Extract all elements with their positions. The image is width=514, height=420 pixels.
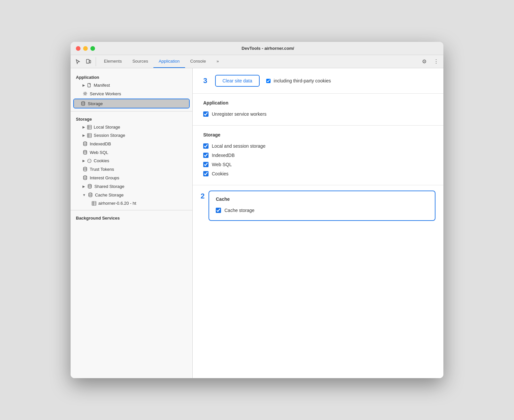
arrow-icon: ▶ (82, 134, 85, 137)
svg-rect-1 (89, 60, 91, 63)
sidebar-item-service-workers[interactable]: Service Workers (71, 89, 192, 98)
third-party-row: including third-party cookies (266, 78, 331, 83)
svg-rect-6 (87, 125, 91, 129)
sidebar-item-session-storage[interactable]: ▶ Session Storage (71, 131, 192, 139)
app-section-heading: Application (203, 100, 433, 105)
interest-groups-label: Interest Groups (90, 175, 119, 180)
svg-point-2 (87, 62, 88, 63)
db-icon (88, 192, 93, 197)
divider-1 (71, 111, 192, 111)
arrow-icon: ▶ (82, 125, 85, 129)
shared-storage-label: Shared Storage (94, 184, 124, 189)
sidebar-item-cookies[interactable]: ▶ Cookies (71, 157, 192, 165)
svg-point-14 (83, 142, 87, 143)
titlebar: DevTools - airhorner.com/ (71, 42, 443, 55)
sidebar-item-trust-tokens[interactable]: Trust Tokens (71, 165, 192, 173)
arrow-down-icon: ▼ (82, 193, 86, 197)
unregister-sw-row: Unregister service workers (203, 109, 433, 119)
application-panel-section: Application Unregister service workers (193, 94, 443, 126)
db-icon (82, 166, 88, 172)
toolbar: Elements Sources Application Console » ⚙… (71, 55, 443, 68)
indexeddb-checkbox[interactable] (203, 153, 209, 158)
svg-point-22 (88, 184, 91, 186)
storage-outline: Storage (73, 99, 190, 108)
sidebar-item-local-storage[interactable]: ▶ Local Storage (71, 123, 192, 131)
sidebar-item-shared-storage[interactable]: ▶ Shared Storage (71, 182, 192, 191)
sidebar-item-interest-groups[interactable]: Interest Groups (71, 173, 192, 182)
divider-2 (71, 210, 192, 210)
settings-button[interactable]: ⚙ (420, 57, 429, 66)
sidebar-item-manifest[interactable]: ▶ Manifest (71, 81, 192, 89)
cache-storage-label: Cache storage (224, 208, 254, 213)
local-session-storage-label: Local and session storage (212, 143, 266, 149)
toolbar-right: ⚙ ⋮ (420, 57, 441, 66)
more-button[interactable]: ⋮ (432, 57, 441, 66)
svg-point-23 (89, 193, 92, 194)
websql-label: Web SQL (212, 162, 232, 167)
tab-sources[interactable]: Sources (127, 55, 153, 68)
unregister-sw-checkbox[interactable] (203, 111, 209, 117)
manifest-label: Manifest (94, 83, 110, 88)
db-icon (82, 150, 88, 155)
main-layout: Application ▶ Manifest Service Workers (71, 68, 443, 378)
sidebar-item-airhorner[interactable]: airhorner-0.6.20 - ht (71, 199, 192, 207)
cache-panel-section: 2 Cache Cache storage (193, 185, 443, 226)
local-session-storage-row: Local and session storage (203, 141, 433, 151)
sidebar-item-websql[interactable]: Web SQL (71, 148, 192, 157)
session-storage-label: Session Storage (94, 133, 125, 138)
grid-small-icon (92, 201, 96, 206)
main-panel: 3 Clear site data including third-party … (193, 68, 443, 378)
sidebar-app-label: Application (71, 72, 192, 81)
indexeddb-label: IndexedDB (212, 153, 235, 158)
websql-row: Web SQL (203, 160, 433, 169)
num-badge-2: 2 (201, 192, 205, 200)
close-button[interactable] (76, 46, 80, 51)
tab-elements[interactable]: Elements (99, 55, 127, 68)
toolbar-tabs: Elements Sources Application Console » (99, 55, 420, 68)
svg-rect-3 (88, 83, 90, 87)
maximize-button[interactable] (90, 46, 95, 51)
storage-section-heading: Storage (203, 132, 433, 137)
svg-rect-24 (92, 201, 96, 205)
third-party-checkbox[interactable] (266, 79, 271, 83)
tab-more[interactable]: » (211, 55, 224, 68)
clear-site-data-button[interactable]: Clear site data (215, 75, 259, 87)
toolbar-icons (73, 57, 96, 66)
indexeddb-row: IndexedDB (203, 151, 433, 160)
storage-panel-section: Storage Local and session storage Indexe… (193, 126, 443, 185)
cache-storage-row: Cache storage (216, 206, 428, 215)
local-session-storage-checkbox[interactable] (203, 143, 209, 149)
db-icon (82, 141, 88, 146)
svg-point-19 (90, 160, 90, 160)
tab-console[interactable]: Console (185, 55, 211, 68)
cursor-icon[interactable] (73, 57, 82, 66)
websql-checkbox[interactable] (203, 162, 209, 167)
num-badge-3: 3 (203, 76, 207, 85)
svg-point-21 (83, 176, 87, 177)
cache-section-heading: Cache (216, 196, 428, 202)
sidebar: Application ▶ Manifest Service Workers (71, 68, 193, 378)
svg-point-4 (84, 93, 86, 95)
db-icon (87, 184, 92, 189)
service-workers-label: Service Workers (90, 91, 121, 96)
minimize-button[interactable] (83, 46, 88, 51)
sidebar-item-indexeddb[interactable]: IndexedDB (71, 139, 192, 148)
cookies-checkbox[interactable] (203, 171, 209, 176)
sidebar-item-cache-storage[interactable]: ▼ Cache Storage (71, 191, 192, 199)
traffic-lights (76, 46, 95, 51)
arrow-icon: ▶ (82, 83, 85, 87)
grid-icon (87, 133, 92, 138)
sidebar-bg-label: Background Services (71, 213, 192, 222)
arrow-icon: ▶ (82, 185, 85, 188)
tab-application[interactable]: Application (153, 55, 185, 68)
websql-label: Web SQL (90, 150, 108, 155)
sidebar-item-storage[interactable]: Storage (74, 99, 189, 108)
doc-icon (87, 83, 92, 88)
cookie-icon (87, 159, 92, 163)
svg-point-5 (81, 102, 85, 103)
cache-storage-checkbox[interactable] (216, 208, 221, 213)
device-icon[interactable] (84, 57, 93, 66)
local-storage-label: Local Storage (94, 125, 120, 130)
third-party-label: including third-party cookies (274, 78, 331, 83)
clear-site-data-section: 3 Clear site data including third-party … (193, 68, 443, 94)
